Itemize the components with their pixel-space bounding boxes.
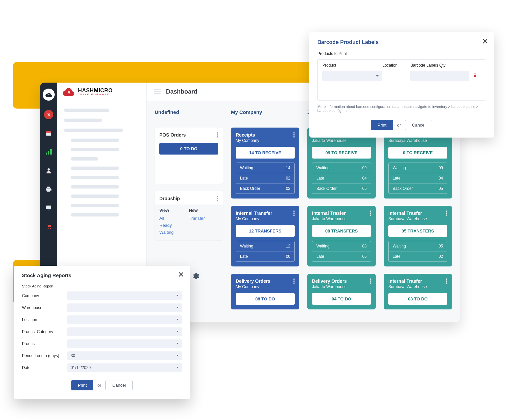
card-dropship: Dropship View All Ready Waiting New Tran… (155, 191, 223, 240)
tile-sb-receipts: ReceiptsSurabaya Warehouse 0 TO RECEIVE … (384, 128, 452, 199)
barcode-modal: Barcode Product Labels ✕ Products to Pri… (309, 32, 494, 138)
label-product: Product (22, 341, 67, 346)
th-product: Product (322, 63, 382, 68)
delete-row-icon[interactable] (469, 73, 481, 79)
close-icon[interactable]: ✕ (178, 270, 184, 279)
tile-menu-icon[interactable] (293, 132, 295, 138)
label-location: Location (22, 317, 67, 322)
column-title: My Company (231, 109, 299, 115)
nav-user-icon[interactable] (44, 166, 53, 175)
svg-rect-2 (46, 131, 51, 133)
tile-action[interactable]: 09 TO RECEIVE (312, 147, 371, 159)
svg-text:#: # (68, 90, 70, 95)
label-company: Company (22, 293, 67, 298)
tile-action[interactable]: 12 TRANSFERS (236, 225, 295, 237)
tile-action[interactable]: 04 TO DO (312, 293, 371, 305)
column-surabaya: Surabaya Warehouse ReceiptsSurabaya Ware… (384, 109, 452, 309)
modal-title: Stock Aging Reports (22, 272, 182, 278)
tile-title: Internal Trasfer (388, 210, 427, 216)
product-select[interactable] (67, 339, 182, 348)
tile-action[interactable]: 0 TO RECEIVE (388, 147, 447, 159)
tile-rows: Waiting14 Late02 Back Order02 (236, 163, 295, 194)
warehouse-select[interactable] (67, 303, 182, 312)
tile-menu-icon[interactable] (370, 278, 371, 284)
tile-action[interactable]: 08 TRANSFERS (312, 225, 371, 237)
print-button[interactable]: Print (371, 120, 393, 130)
svg-point-3 (48, 168, 50, 171)
nav-monitor-icon[interactable] (44, 203, 53, 212)
product-select[interactable] (322, 71, 382, 81)
th-location: Location (382, 63, 410, 68)
brand-row: # HASHMICRO THINK FORWARD (57, 83, 146, 101)
label-date: Date (22, 365, 67, 370)
column-undefined: Undefined POS Orders 0 TO DO Dropship (155, 109, 223, 240)
tile-title: Internal Trasfer (388, 278, 427, 284)
category-select[interactable] (67, 327, 182, 336)
logo-cloud-icon: # (43, 89, 55, 101)
print-button[interactable]: Print (71, 380, 94, 390)
link-ready[interactable]: Ready (159, 222, 189, 229)
tile-jk-delivery: Delivery OrdersJakarta Warehouse 04 TO D… (307, 274, 376, 309)
tile-menu-icon[interactable] (446, 278, 447, 284)
tile-sub: My Company (236, 284, 270, 289)
cancel-button[interactable]: Cancel (105, 380, 133, 390)
card-menu-icon[interactable] (217, 132, 218, 138)
location-select[interactable] (67, 315, 182, 324)
tile-action[interactable]: 08 TO DO (236, 293, 295, 305)
or-text: or (97, 383, 101, 388)
gear-icon[interactable] (191, 272, 199, 281)
label-warehouse: Warehouse (22, 305, 67, 310)
nav-bars-icon[interactable] (44, 147, 53, 157)
date-select[interactable]: 01/12/2020 (67, 363, 182, 372)
nav-calendar-icon[interactable] (44, 129, 53, 138)
tile-sub: Surabaya Warehouse (388, 216, 427, 221)
brand-tagline: THINK FORWARD (78, 93, 113, 96)
svg-rect-5 (46, 206, 51, 209)
tile-title: Delivery Orders (236, 278, 270, 284)
svg-point-7 (48, 228, 49, 229)
tile-sub: My Company (236, 138, 259, 143)
card-action[interactable]: 0 TO DO (159, 143, 218, 155)
tile-sb-internal: Internal TrasferSurabaya Warehouse 05 TR… (384, 206, 452, 266)
link-transfer[interactable]: Transfer (189, 215, 219, 222)
tile-action[interactable]: 14 TO RECEIVE (236, 147, 295, 159)
modal-subtitle: Stock Aging Report (22, 284, 182, 288)
cancel-button[interactable]: Cancel (405, 120, 432, 130)
tile-my-delivery: Delivery OrdersMy Company 08 TO DO (231, 274, 299, 309)
nav-cart-icon[interactable] (44, 222, 53, 231)
tile-action[interactable]: 03 TO DO (388, 293, 447, 305)
card-menu-icon[interactable] (217, 196, 218, 201)
link-all[interactable]: All (159, 215, 189, 222)
barcode-note: More information about barcode configura… (317, 105, 486, 113)
nav-expand-icon[interactable] (44, 110, 53, 119)
tile-menu-icon[interactable] (446, 210, 447, 216)
menu-toggle-icon[interactable] (154, 90, 161, 94)
qty-input[interactable] (410, 71, 469, 81)
company-select[interactable] (67, 291, 182, 300)
nav-printer-icon[interactable] (44, 185, 53, 194)
products-panel: Product Location Barcode Labels Qty (317, 59, 486, 101)
page-title: Dashboard (166, 88, 197, 95)
tile-menu-icon[interactable] (293, 278, 295, 284)
tile-sub: Jakarta Warehouse (312, 138, 347, 143)
modal-title: Barcode Product Labels (317, 39, 486, 45)
new-head: New (189, 208, 219, 213)
label-period: Period Length (days) (22, 353, 67, 358)
tile-sub: My Company (236, 216, 272, 221)
column-my-company: My Company ReceiptsMy Company 14 TO RECE… (231, 109, 299, 309)
brand-mark-icon: # (63, 87, 75, 97)
close-icon[interactable]: ✕ (482, 37, 488, 46)
tile-sub: Jakarta Warehouse (312, 216, 347, 221)
svg-rect-6 (48, 210, 50, 210)
tile-jk-internal: Internal TrasferJakarta Warehouse 08 TRA… (307, 206, 376, 266)
link-waiting[interactable]: Waiting (159, 229, 189, 236)
tile-menu-icon[interactable] (293, 210, 295, 216)
modal-subtitle: Products to Print (317, 51, 486, 56)
tile-menu-icon[interactable] (370, 210, 371, 216)
svg-point-8 (50, 228, 51, 229)
period-select[interactable]: 30 (67, 351, 182, 360)
tile-sub: Jakarta Warehouse (312, 284, 347, 289)
tile-action[interactable]: 05 TRANSFERS (388, 225, 447, 237)
sidebar-list (57, 101, 146, 224)
card-pos-orders: POS Orders 0 TO DO (155, 128, 223, 184)
